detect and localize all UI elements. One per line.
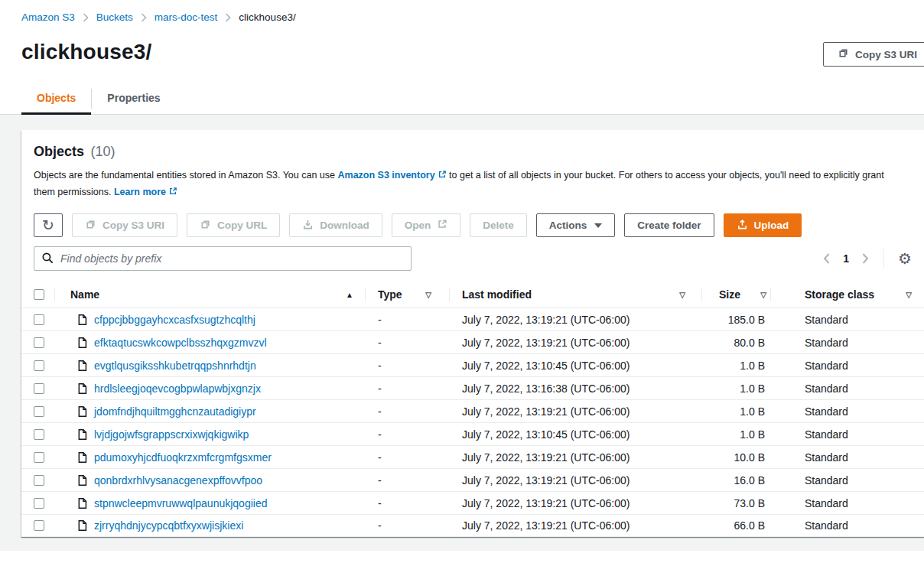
object-name-cell: lvjdjgojwfsgrappscrxixwjqkigwikp <box>55 428 366 441</box>
file-icon <box>76 519 87 532</box>
breadcrumb-current-folder: clickhouse3/ <box>239 11 295 23</box>
object-type: - <box>366 382 450 395</box>
object-type: - <box>366 519 450 532</box>
object-name-link[interactable]: lvjdjgojwfsgrappscrxixwjqkigwikp <box>94 428 249 441</box>
open-button[interactable]: Open <box>392 213 461 237</box>
object-name-link[interactable]: stpnwcleepmvruwwqlpaunukjqogiied <box>94 497 267 509</box>
copy-s3-uri-button[interactable]: Copy S3 URI <box>72 213 177 237</box>
row-checkbox[interactable] <box>34 406 44 417</box>
breadcrumb-buckets[interactable]: Buckets <box>96 11 133 23</box>
object-size: 1.0 B <box>702 382 771 395</box>
row-checkbox[interactable] <box>34 452 44 463</box>
select-all-checkbox[interactable] <box>34 289 44 300</box>
breadcrumb-amazon-s3[interactable]: Amazon S3 <box>21 11 75 23</box>
table-row: cfppcjbbggayhcxcasfxsugtzhcqlthj - July … <box>21 308 924 330</box>
object-type: - <box>366 314 450 326</box>
object-last-modified: July 7, 2022, 13:19:21 (UTC-06:00) <box>450 474 702 487</box>
tab-properties[interactable]: Properties <box>92 84 175 114</box>
object-type: - <box>366 451 450 464</box>
sort-indicator-icon[interactable]: ▽ <box>425 291 431 299</box>
actions-dropdown-button[interactable]: Actions <box>536 213 616 237</box>
amazon-s3-inventory-link[interactable]: Amazon S3 inventory <box>338 170 447 181</box>
current-page-number[interactable]: 1 <box>843 252 849 265</box>
object-storage-class: Standard <box>771 382 924 395</box>
row-checkbox[interactable] <box>34 475 44 486</box>
row-checkbox[interactable] <box>34 337 44 348</box>
row-checkbox[interactable] <box>34 429 44 440</box>
tab-objects[interactable]: Objects <box>21 84 91 114</box>
caret-down-icon <box>594 223 602 228</box>
object-name-link[interactable]: hrdlsleegjoqevcogbpwlapwbjxgnzjx <box>94 382 261 395</box>
object-name-link[interactable]: efktaqtucswkcowpclbsszhqxgzmvzvl <box>94 337 267 349</box>
file-icon <box>76 428 87 441</box>
file-icon <box>76 497 87 509</box>
pagination: 1 ⚙ <box>822 249 912 268</box>
object-name-link[interactable]: pdumoxyhjcdfuoqkrzxmfcrgmfgsxmer <box>94 451 272 464</box>
file-icon <box>76 405 87 418</box>
row-checkbox-cell <box>21 452 55 463</box>
download-icon <box>302 219 314 233</box>
object-size: 1.0 B <box>702 405 771 418</box>
sort-indicator-icon[interactable]: ▽ <box>760 291 766 299</box>
object-name-cell: cfppcjbbggayhcxcasfxsugtzhcqlthj <box>55 314 366 326</box>
column-header-type[interactable]: Type ▽ <box>366 282 450 308</box>
copy-s3-uri-header-button[interactable]: Copy S3 URI <box>823 42 924 67</box>
objects-table: Name ▲ Type ▽ Last modified ▽ Size ▽ Sto… <box>21 282 924 537</box>
object-storage-class: Standard <box>771 497 924 509</box>
settings-gear-icon[interactable]: ⚙ <box>898 251 912 266</box>
object-size: 185.0 B <box>702 314 771 326</box>
object-name-cell: pdumoxyhjcdfuoqkrzxmfcrgmfgsxmer <box>55 451 366 464</box>
table-row: pdumoxyhjcdfuoqkrzxmfcrgmfgsxmer - July … <box>21 445 924 468</box>
sort-ascending-icon[interactable]: ▲ <box>346 291 353 299</box>
object-name-cell: stpnwcleepmvruwwqlpaunukjqogiied <box>55 497 366 509</box>
column-header-last-modified[interactable]: Last modified ▽ <box>450 282 702 308</box>
object-name-link[interactable]: qonbrdxrhlvysanacgenexpffovvfpoo <box>94 474 262 487</box>
row-checkbox[interactable] <box>34 520 44 531</box>
column-header-name[interactable]: Name ▲ <box>55 282 366 308</box>
delete-button[interactable]: Delete <box>470 213 527 237</box>
breadcrumb-bucket-name[interactable]: mars-doc-test <box>155 11 218 23</box>
row-checkbox-cell <box>21 498 55 509</box>
row-checkbox-cell <box>21 475 55 486</box>
table-row: efktaqtucswkcowpclbsszhqxgzmvzvl - July … <box>21 330 924 353</box>
refresh-button[interactable]: ↻ <box>34 213 63 237</box>
file-icon <box>76 451 87 464</box>
row-checkbox[interactable] <box>34 314 44 325</box>
object-last-modified: July 7, 2022, 13:19:21 (UTC-06:00) <box>450 519 702 532</box>
object-storage-class: Standard <box>771 337 924 349</box>
object-name-cell: efktaqtucswkcowpclbsszhqxgzmvzvl <box>55 337 366 349</box>
object-name-link[interactable]: zjrryqhdnjycypcqbtfxyxwjisjkiexi <box>94 519 243 532</box>
object-name-cell: qonbrdxrhlvysanacgenexpffovvfpoo <box>55 474 366 487</box>
panel-title: Objects <box>34 144 84 159</box>
object-last-modified: July 7, 2022, 13:19:21 (UTC-06:00) <box>450 497 702 509</box>
object-name-link[interactable]: cfppcjbbggayhcxcasfxsugtzhcqlthj <box>94 314 255 326</box>
search-input[interactable] <box>34 246 412 271</box>
row-checkbox-cell <box>21 520 55 531</box>
learn-more-link[interactable]: Learn more <box>114 187 177 197</box>
object-type: - <box>366 474 450 487</box>
column-header-size[interactable]: Size ▽ <box>702 282 771 308</box>
column-header-storage-class[interactable]: Storage class ▽ <box>771 282 924 308</box>
row-checkbox[interactable] <box>34 498 44 509</box>
copy-url-button[interactable]: Copy URL <box>187 213 280 237</box>
create-folder-button[interactable]: Create folder <box>624 213 714 237</box>
object-name-link[interactable]: jdomfndjhquiltmgghcnzautadigiypr <box>94 405 256 418</box>
object-last-modified: July 7, 2022, 13:19:21 (UTC-06:00) <box>450 337 702 349</box>
object-storage-class: Standard <box>771 314 924 326</box>
row-checkbox[interactable] <box>34 360 44 371</box>
object-last-modified: July 7, 2022, 13:10:45 (UTC-06:00) <box>450 428 702 441</box>
content-area: Objects (10) Objects are the fundamental… <box>0 115 924 551</box>
next-page-icon[interactable] <box>861 252 870 265</box>
object-name-link[interactable]: evgtlqusgiksshkubetrqqpshnrhdtjn <box>94 360 256 372</box>
sort-indicator-icon[interactable]: ▽ <box>906 291 912 299</box>
row-checkbox[interactable] <box>34 383 44 394</box>
copy-icon <box>85 219 96 233</box>
upload-button[interactable]: Upload <box>724 213 802 237</box>
row-checkbox-cell <box>21 314 55 325</box>
previous-page-icon[interactable] <box>822 252 831 265</box>
sort-indicator-icon[interactable]: ▽ <box>679 291 685 299</box>
breadcrumb: Amazon S3 Buckets mars-doc-test clickhou… <box>0 0 924 23</box>
row-checkbox-cell <box>21 429 55 440</box>
object-last-modified: July 7, 2022, 13:16:38 (UTC-06:00) <box>450 382 702 395</box>
download-button[interactable]: Download <box>289 213 382 237</box>
